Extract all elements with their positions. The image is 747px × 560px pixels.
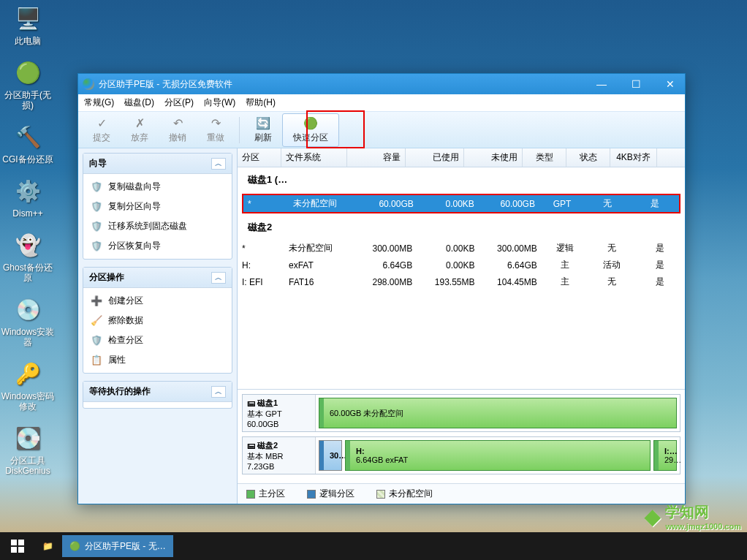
- panel-item-label: 复制分区向导: [108, 200, 161, 213]
- col-head-5[interactable]: 类型: [523, 148, 566, 167]
- panel-item-1-0[interactable]: ➕创建分区: [83, 291, 232, 311]
- disk-block-1[interactable]: 🖴 磁盘1基本 GPT60.00GB 60.00GB 未分配空间: [242, 394, 680, 432]
- panel-item-label: 复制磁盘向导: [108, 181, 161, 193]
- app-icon: [83, 78, 94, 90]
- menu-1[interactable]: 磁盘(D): [124, 97, 154, 109]
- col-head-0[interactable]: 分区: [238, 148, 281, 167]
- desktop-label: CGI备份还原: [0, 154, 56, 164]
- table-row[interactable]: H:exFAT6.64GB0.00KB6.64GB主活动是: [238, 257, 685, 273]
- panel-item-icon: 🛡️: [91, 241, 102, 252]
- menubar: 常规(G)磁盘(D)分区(P)向导(W)帮助(H): [78, 94, 685, 112]
- task-item-0[interactable]: 📁: [35, 535, 61, 557]
- legend: 主分区逻辑分区未分配空间: [238, 483, 685, 504]
- toolbar: ✓提交✗放弃↶撤销↷重做🔄刷新🟢快速分区: [78, 112, 685, 148]
- desktop-label: Ghost备份还原: [0, 262, 56, 283]
- desktop-glyph-icon: 💿: [13, 295, 42, 324]
- col-head-6[interactable]: 状态: [566, 148, 610, 167]
- svg-rect-2: [11, 547, 17, 553]
- desktop-label: 分区助手(无损): [0, 90, 56, 110]
- desktop-glyph-icon: 👻: [13, 230, 42, 260]
- task-item-1[interactable]: 🟢分区助手PE版 - 无…: [62, 535, 173, 557]
- desktop-icon-1[interactable]: 🟢分区助手(无损): [0, 58, 56, 110]
- partition-bar[interactable]: 30…: [319, 440, 342, 471]
- panel-head[interactable]: 向导︿: [83, 154, 232, 174]
- desktop-label: 分区工具DiskGenius: [0, 455, 56, 476]
- col-head-7[interactable]: 4KB对齐: [610, 148, 657, 167]
- svg-rect-1: [18, 540, 24, 545]
- minimize-button[interactable]: —: [591, 78, 613, 90]
- toolbar-重做: ↷重做: [197, 114, 235, 146]
- grid-body: 磁盘1 (…*未分配空间60.00GB0.00KB60.00GBGPT无是磁盘2…: [238, 167, 685, 389]
- panel-item-icon: 🧹: [91, 315, 102, 327]
- app-window: 分区助手PE版 - 无损分区免费软件 — ☐ ✕ 常规(G)磁盘(D)分区(P)…: [77, 73, 686, 504]
- panel-item-0-1[interactable]: 🛡️复制分区向导: [83, 197, 232, 216]
- partition-bar[interactable]: H:6.64GB exFAT: [345, 440, 651, 471]
- table-row[interactable]: *未分配空间300.00MB0.00KB300.00MB逻辑无是: [238, 240, 685, 257]
- panel-item-icon: 🛡️: [91, 335, 102, 347]
- collapse-icon[interactable]: ︿: [211, 386, 226, 398]
- desktop-label: 此电脑: [0, 36, 56, 46]
- table-row[interactable]: I: EFIFAT16298.00MB193.55MB104.45MB主无是: [238, 273, 685, 290]
- toolbar-icon: 🟢: [303, 116, 319, 131]
- toolbar-提交: ✓提交: [83, 114, 121, 146]
- panel-item-icon: 🛡️: [91, 181, 102, 193]
- panel-item-icon: ➕: [91, 295, 102, 307]
- panel-item-0-3[interactable]: 🛡️分区恢复向导: [83, 236, 232, 256]
- collapse-icon[interactable]: ︿: [211, 158, 226, 170]
- desktop-glyph-icon: ⚙️: [13, 176, 42, 205]
- titlebar[interactable]: 分区助手PE版 - 无损分区免费软件 — ☐ ✕: [78, 74, 685, 94]
- toolbar-刷新[interactable]: 🔄刷新: [244, 114, 282, 146]
- panel-item-0-0[interactable]: 🛡️复制磁盘向导: [83, 177, 232, 197]
- menu-3[interactable]: 向导(W): [204, 97, 235, 109]
- desktop-glyph-icon: 🟢: [13, 58, 42, 87]
- disk-block-2[interactable]: 🖴 磁盘2基本 MBR7.23GB 30…H:6.64GB exFATI:…29…: [242, 436, 680, 474]
- menu-4[interactable]: 帮助(H): [246, 97, 276, 109]
- table-row[interactable]: *未分配空间60.00GB0.00KB60.00GBGPT无是: [243, 195, 679, 212]
- maximize-button[interactable]: ☐: [626, 78, 647, 90]
- toolbar-快速分区[interactable]: 🟢快速分区: [282, 113, 339, 147]
- panel-0: 向导︿🛡️复制磁盘向导🛡️复制分区向导🛡️迁移系统到固态磁盘🛡️分区恢复向导: [83, 153, 232, 260]
- desktop-icon-7[interactable]: 💽分区工具DiskGenius: [0, 423, 56, 476]
- legend-item-1: 逻辑分区: [307, 488, 354, 500]
- desktop-icon-2[interactable]: 🔨CGI备份还原: [0, 122, 56, 164]
- desktop-icon-6[interactable]: 🔑Windows密码修改: [0, 359, 56, 412]
- close-button[interactable]: ✕: [660, 78, 680, 90]
- desktop-icon-5[interactable]: 💿Windows安装器: [0, 295, 56, 347]
- task-icon: 🟢: [69, 541, 80, 551]
- toolbar-icon: ↷: [208, 116, 224, 131]
- col-head-1[interactable]: 文件系统: [281, 148, 347, 167]
- col-head-3[interactable]: 已使用: [406, 148, 464, 167]
- col-head-2[interactable]: 容量: [347, 148, 406, 167]
- toolbar-撤销: ↶撤销: [159, 114, 197, 146]
- toolbar-icon: ✓: [94, 116, 110, 131]
- partition-bar[interactable]: 60.00GB 未分配空间: [319, 398, 677, 428]
- desktop-label: Windows安装器: [0, 327, 56, 347]
- desktop-icon-4[interactable]: 👻Ghost备份还原: [0, 230, 56, 283]
- panel-head[interactable]: 分区操作︿: [83, 268, 232, 288]
- toolbar-label: 放弃: [131, 132, 148, 144]
- disk-visual: 🖴 磁盘1基本 GPT60.00GB 60.00GB 未分配空间 🖴 磁盘2基本…: [238, 389, 685, 483]
- panel-item-icon: 🛡️: [91, 201, 102, 213]
- desktop-icon-3[interactable]: ⚙️Dism++: [0, 176, 56, 219]
- collapse-icon[interactable]: ︿: [211, 272, 226, 284]
- col-head-4[interactable]: 未使用: [464, 148, 523, 167]
- menu-2[interactable]: 分区(P): [164, 97, 194, 109]
- panel-item-1-2[interactable]: 🛡️检查分区: [83, 330, 232, 350]
- main-area: 分区文件系统容量已使用未使用类型状态4KB对齐 磁盘1 (…*未分配空间60.0…: [238, 148, 685, 504]
- menu-0[interactable]: 常规(G): [84, 97, 114, 109]
- desktop-glyph-icon: 💽: [13, 423, 42, 453]
- desktop-glyph-icon: 🖥️: [13, 4, 42, 33]
- panel-head[interactable]: 等待执行的操作︿: [83, 382, 232, 402]
- desktop-icon-0[interactable]: 🖥️此电脑: [0, 4, 56, 46]
- panel-item-0-2[interactable]: 🛡️迁移系统到固态磁盘: [83, 216, 232, 236]
- sidebar: 向导︿🛡️复制磁盘向导🛡️复制分区向导🛡️迁移系统到固态磁盘🛡️分区恢复向导分区…: [78, 148, 238, 504]
- start-button[interactable]: [3, 535, 32, 557]
- svg-rect-0: [11, 540, 17, 545]
- partition-bar[interactable]: I:…29…: [653, 440, 677, 471]
- toolbar-label: 重做: [207, 132, 224, 144]
- panel-item-1-3[interactable]: 📋属性: [83, 350, 232, 370]
- legend-item-0: 主分区: [246, 488, 285, 500]
- panel-item-1-1[interactable]: 🧹擦除数据: [83, 311, 232, 330]
- toolbar-label: 提交: [93, 132, 110, 144]
- disk-name: 🖴 磁盘2: [247, 440, 311, 451]
